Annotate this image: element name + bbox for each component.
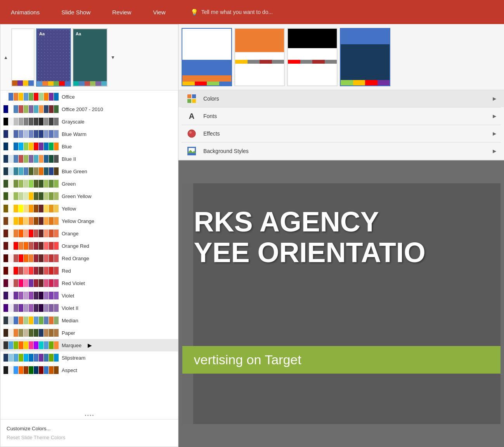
color-theme-item-11[interactable]: Orange [0, 227, 178, 240]
color-theme-label-6: Blue Green [62, 169, 87, 174]
color-theme-item-13[interactable]: Red Orange [0, 252, 178, 264]
slide-mini-4[interactable] [340, 28, 390, 86]
swatch-19-1 [9, 329, 13, 337]
right-panel: Colors ▶ A Fonts ▶ Effects ▶ [178, 24, 504, 447]
swatch-4-2 [14, 143, 18, 150]
color-theme-item-17[interactable]: Violet II [0, 302, 178, 314]
color-swatches-9 [3, 205, 59, 212]
swatch-12-0 [3, 242, 8, 250]
swatch-7-2 [14, 180, 18, 188]
swatch-11-3 [19, 230, 23, 237]
swatch-2-3 [19, 118, 23, 125]
swatch-12-8 [44, 242, 48, 250]
swatch-8-0 [3, 192, 8, 200]
color-swatches-8 [3, 192, 59, 200]
scroll-down-arrow[interactable]: ▼ [109, 28, 117, 87]
tab-slideshow[interactable]: Slide Show [57, 6, 95, 19]
swatch-2-1 [9, 118, 13, 125]
swatch-20-4 [24, 341, 28, 349]
swatch-1-1 [9, 105, 13, 113]
color-theme-label-14: Red [62, 268, 71, 274]
color-theme-item-16[interactable]: Violet [0, 289, 178, 302]
swatch-8-8 [44, 192, 48, 200]
color-theme-item-2[interactable]: Grayscale [0, 115, 178, 128]
slide-mini-1[interactable] [182, 28, 232, 86]
swatch-16-5 [29, 292, 33, 299]
color-theme-label-19: Paper [62, 330, 75, 336]
customize-colors-link[interactable]: Customize Colors... [7, 424, 172, 433]
tab-view[interactable]: View [148, 6, 170, 19]
color-theme-item-22[interactable]: Aspect [0, 364, 178, 376]
theme-thumb-3[interactable]: Aa [73, 28, 107, 87]
swatch-15-5 [29, 279, 33, 287]
swatch-8-2 [14, 192, 18, 200]
color-theme-item-20[interactable]: Marquee▶ [0, 339, 178, 351]
slide-headline: RKS AGENCY YEE ORIENTATIO [194, 207, 426, 268]
swatch-5-3 [19, 155, 23, 163]
theme-thumb-1[interactable] [11, 28, 35, 87]
swatch-17-9 [49, 304, 54, 312]
swatch-3-6 [34, 130, 38, 138]
color-theme-item-7[interactable]: Green [0, 177, 178, 190]
color-theme-item-19[interactable]: Paper [0, 327, 178, 339]
color-theme-item-3[interactable]: Blue Warm [0, 128, 178, 140]
color-theme-item-8[interactable]: Green Yellow [0, 190, 178, 202]
color-theme-item-18[interactable]: Median [0, 314, 178, 327]
color-theme-item-14[interactable]: Red [0, 264, 178, 277]
swatch-18-4 [24, 317, 28, 324]
search-hint[interactable]: Tell me what you want to do... [201, 9, 273, 15]
swatch-0-6 [34, 93, 38, 101]
color-theme-item-5[interactable]: Blue II [0, 153, 178, 165]
swatch-14-4 [24, 267, 28, 275]
color-theme-item-1[interactable]: Office 2007 - 2010 [0, 103, 178, 115]
color-theme-item-12[interactable]: Orange Red [0, 240, 178, 252]
tab-animations[interactable]: Animations [6, 6, 44, 19]
menu-item-background[interactable]: Background Styles ▶ [178, 143, 504, 160]
reset-theme-colors-link[interactable]: Reset Slide Theme Colors [7, 433, 172, 442]
slide-mini-2[interactable] [234, 28, 285, 86]
main-area: ▲ Aa [0, 24, 504, 447]
swatch-1-0 [3, 105, 8, 113]
swatch-0-0 [3, 93, 8, 101]
menu-item-fonts[interactable]: A Fonts ▶ [178, 108, 504, 125]
swatch-21-7 [39, 354, 43, 362]
swatch-6-7 [39, 167, 43, 175]
tab-review[interactable]: Review [107, 6, 136, 19]
swatch-4-9 [49, 143, 54, 150]
color-theme-item-10[interactable]: Yellow Orange [0, 215, 178, 227]
swatch-2-9 [49, 118, 54, 125]
color-swatches-13 [3, 254, 59, 262]
swatch-12-9 [49, 242, 54, 250]
swatch-3-1 [9, 130, 13, 138]
swatch-15-4 [24, 279, 28, 287]
swatch-19-10 [54, 329, 59, 337]
color-theme-item-4[interactable]: Blue [0, 140, 178, 153]
swatch-7-5 [29, 180, 33, 188]
swatch-2-5 [29, 118, 33, 125]
color-theme-item-0[interactable]: Office [0, 90, 178, 103]
color-theme-item-9[interactable]: Yellow [0, 202, 178, 215]
swatch-7-6 [34, 180, 38, 188]
swatch-13-1 [9, 254, 13, 262]
slide-mini-3[interactable] [287, 28, 338, 86]
swatch-1-6 [34, 105, 38, 113]
color-theme-item-15[interactable]: Red Violet [0, 277, 178, 289]
color-theme-label-17: Violet II [62, 305, 78, 311]
color-theme-label-16: Violet [62, 293, 74, 299]
svg-rect-2 [187, 99, 191, 103]
theme-thumb-2[interactable]: Aa [36, 28, 71, 87]
swatch-12-4 [24, 242, 28, 250]
swatch-5-2 [14, 155, 18, 163]
color-theme-item-21[interactable]: Slipstream [0, 351, 178, 364]
menu-item-effects[interactable]: Effects ▶ [178, 125, 504, 142]
swatch-7-8 [44, 180, 48, 188]
cursor-indicator: ▶ [88, 342, 92, 348]
menu-item-colors[interactable]: Colors ▶ [178, 90, 504, 107]
scroll-up-arrow[interactable]: ▲ [2, 28, 10, 87]
color-theme-label-11: Orange [62, 231, 78, 237]
color-swatches-16 [3, 292, 59, 299]
swatch-18-1 [9, 317, 13, 324]
color-swatches-7 [3, 180, 59, 188]
slide-subtitle-bar: vertising on Target [182, 346, 501, 374]
color-theme-item-6[interactable]: Blue Green [0, 165, 178, 177]
